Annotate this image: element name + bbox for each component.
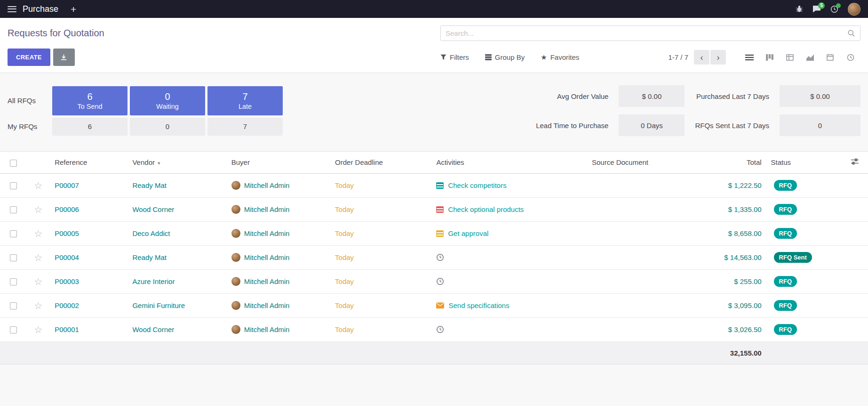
row-checkbox[interactable]: [10, 206, 17, 213]
pager-next-button[interactable]: ›: [710, 50, 726, 65]
activity-link[interactable]: Check competitors: [448, 181, 506, 189]
row-checkbox[interactable]: [10, 278, 17, 285]
table-row[interactable]: ☆ P00006 Wood Corner Mitchell Admin Toda…: [0, 197, 868, 221]
buyer-link[interactable]: Mitchell Admin: [244, 277, 290, 285]
activity-list-icon[interactable]: [436, 206, 444, 213]
stat-value-avg-order-value[interactable]: $ 0.00: [619, 85, 685, 107]
activity-link[interactable]: Check optional products: [448, 205, 524, 213]
buyer-link[interactable]: Mitchell Admin: [244, 181, 290, 189]
favorite-star-icon[interactable]: ☆: [34, 325, 42, 335]
table-row[interactable]: ☆ P00005 Deco Addict Mitchell Admin Toda…: [0, 221, 868, 245]
activity-link[interactable]: Get approval: [448, 229, 488, 237]
group-by-button[interactable]: Group By: [485, 53, 525, 61]
buyer-link[interactable]: Mitchell Admin: [244, 253, 290, 261]
select-all-checkbox[interactable]: [10, 160, 17, 167]
pager-previous-button[interactable]: ‹: [694, 50, 709, 65]
kanban-view-button[interactable]: [759, 50, 780, 65]
table-row[interactable]: ☆ P00004 Ready Mat Mitchell Admin Today …: [0, 245, 868, 269]
header-buyer[interactable]: Buyer: [227, 152, 330, 173]
tile-late[interactable]: 7 Late: [207, 86, 283, 115]
activity-view-button[interactable]: [840, 50, 860, 65]
vendor-link[interactable]: Azure Interior: [132, 277, 175, 285]
create-button[interactable]: CREATE: [8, 49, 50, 66]
app-name[interactable]: Purchase: [23, 4, 58, 14]
buyer-link[interactable]: Mitchell Admin: [244, 325, 290, 333]
favorites-button[interactable]: ★ Favorites: [541, 53, 579, 62]
pager-text: 1-7 / 7: [668, 53, 688, 61]
buyer-avatar: [231, 301, 240, 310]
list-view-button[interactable]: [739, 50, 759, 65]
bug-icon[interactable]: [796, 5, 803, 13]
vendor-link[interactable]: Ready Mat: [132, 181, 167, 189]
vendor-link[interactable]: Wood Corner: [132, 325, 174, 333]
optional-columns-icon[interactable]: [851, 158, 859, 165]
header-reference[interactable]: Reference: [50, 152, 127, 173]
favorite-star-icon[interactable]: ☆: [34, 252, 42, 263]
plus-icon[interactable]: +: [71, 4, 76, 14]
reference-link[interactable]: P00001: [55, 325, 79, 333]
activities-clock-icon[interactable]: [830, 5, 838, 13]
vendor-link[interactable]: Ready Mat: [132, 253, 167, 261]
activity-envelope-icon[interactable]: [436, 302, 444, 309]
reference-link[interactable]: P00006: [55, 205, 79, 213]
stat-value-rfqs-sent-last-7-days[interactable]: 0: [780, 114, 860, 136]
tile-to-send[interactable]: 6 To Send: [52, 86, 127, 115]
table-row[interactable]: ☆ P00001 Wood Corner Mitchell Admin Toda…: [0, 317, 868, 341]
favorite-star-icon[interactable]: ☆: [34, 228, 42, 239]
table-row[interactable]: ☆ P00007 Ready Mat Mitchell Admin Today …: [0, 173, 868, 197]
buyer-link[interactable]: Mitchell Admin: [244, 301, 290, 309]
pivot-view-button[interactable]: [780, 50, 800, 65]
search-input[interactable]: [446, 29, 847, 37]
row-checkbox[interactable]: [10, 326, 17, 333]
my-tile-to-send[interactable]: 6: [52, 118, 127, 136]
buyer-link[interactable]: Mitchell Admin: [244, 229, 290, 237]
search-icon[interactable]: [847, 29, 855, 37]
vendor-link[interactable]: Wood Corner: [132, 205, 174, 213]
tile-waiting[interactable]: 0 Waiting: [130, 86, 205, 115]
header-order-deadline[interactable]: Order Deadline: [330, 152, 431, 173]
header-source-document[interactable]: Source Document: [587, 152, 698, 173]
favorite-star-icon[interactable]: ☆: [34, 276, 42, 287]
favorite-star-icon[interactable]: ☆: [34, 300, 42, 311]
filters-button[interactable]: Filters: [440, 53, 469, 61]
activity-clock-icon[interactable]: [436, 325, 444, 333]
favorite-star-icon[interactable]: ☆: [34, 180, 42, 191]
buyer-link[interactable]: Mitchell Admin: [244, 205, 290, 213]
activity-list-icon[interactable]: [436, 182, 444, 189]
vendor-link[interactable]: Gemini Furniture: [132, 301, 185, 309]
vendor-link[interactable]: Deco Addict: [132, 229, 170, 237]
my-tile-late[interactable]: 7: [207, 118, 283, 136]
row-checkbox[interactable]: [10, 302, 17, 309]
row-checkbox[interactable]: [10, 182, 17, 189]
table-row[interactable]: ☆ P00003 Azure Interior Mitchell Admin T…: [0, 269, 868, 293]
user-avatar[interactable]: [848, 3, 860, 16]
breadcrumb[interactable]: Requests for Quotation: [8, 28, 440, 39]
reference-link[interactable]: P00007: [55, 181, 79, 189]
reference-link[interactable]: P00002: [55, 301, 79, 309]
header-status[interactable]: Status: [766, 152, 842, 173]
table-row[interactable]: ☆ P00002 Gemini Furniture Mitchell Admin…: [0, 293, 868, 317]
stat-value-lead-time[interactable]: 0 Days: [619, 114, 685, 136]
activity-clock-icon[interactable]: [436, 253, 444, 261]
tile-label: To Send: [77, 103, 102, 110]
graph-view-button[interactable]: [800, 50, 820, 65]
row-checkbox[interactable]: [10, 230, 17, 237]
activity-link[interactable]: Send specifications: [448, 301, 509, 309]
row-checkbox[interactable]: [10, 254, 17, 261]
export-button[interactable]: [53, 49, 75, 66]
apps-menu-icon[interactable]: [8, 6, 16, 12]
activity-list-icon[interactable]: [436, 230, 444, 237]
my-tile-waiting[interactable]: 0: [130, 118, 205, 136]
calendar-view-button[interactable]: [820, 50, 840, 65]
messages-icon[interactable]: 5: [812, 5, 821, 13]
reference-link[interactable]: P00004: [55, 253, 79, 261]
favorite-star-icon[interactable]: ☆: [34, 204, 42, 215]
header-activities[interactable]: Activities: [431, 152, 587, 173]
header-vendor[interactable]: Vendor▾: [127, 152, 226, 173]
header-total[interactable]: Total: [698, 152, 766, 173]
activity-clock-icon[interactable]: [436, 277, 444, 285]
stat-value-purchased-last-7-days[interactable]: $ 0.00: [780, 85, 860, 107]
reference-link[interactable]: P00003: [55, 277, 79, 285]
rfq-tiles: All RFQs 6 To Send 0 Waiting 7 Late My R…: [8, 86, 283, 136]
reference-link[interactable]: P00005: [55, 229, 79, 237]
